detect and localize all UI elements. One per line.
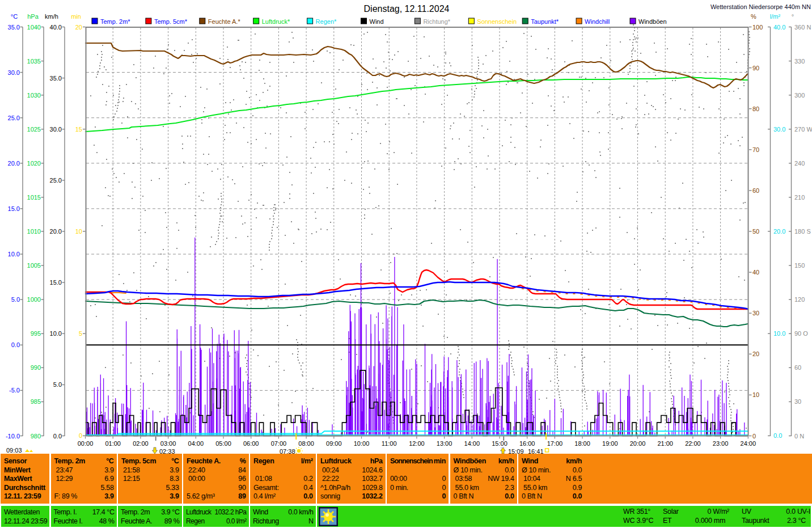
svg-text:30.0: 30.0 [773,126,785,133]
svg-text:1025: 1025 [27,126,41,133]
svg-text:5.0: 5.0 [11,296,20,303]
svg-text:1040: 1040 [27,24,41,31]
svg-text:°C: °C [11,13,18,20]
svg-text:25.0: 25.0 [8,115,20,121]
svg-text:Temp. 5cm*: Temp. 5cm* [154,18,188,25]
svg-text:1035: 1035 [27,58,41,65]
svg-text:990: 990 [31,364,41,371]
svg-text:15.0: 15.0 [50,279,62,286]
svg-text:30.0: 30.0 [8,69,20,76]
svg-text:13:00: 13:00 [437,440,452,447]
svg-text:30.0: 30.0 [50,126,62,133]
svg-text:Sonnenschein: Sonnenschein [477,18,517,25]
svg-text:35.0: 35.0 [8,24,20,31]
svg-text:09:00: 09:00 [326,440,342,447]
svg-text:20: 20 [752,350,759,357]
svg-text:Richtung*: Richtung* [423,18,450,25]
svg-text:10.0: 10.0 [773,330,785,337]
svg-text:Dienstag, 12.11.2024: Dienstag, 12.11.2024 [364,4,450,14]
svg-text:Feuchte A.*: Feuchte A.* [208,18,241,25]
svg-text:25.0: 25.0 [50,177,62,184]
svg-text:11:00: 11:00 [382,440,397,447]
svg-text:1015: 1015 [27,194,41,201]
svg-text:hPa: hPa [27,13,39,20]
svg-text:20.0: 20.0 [8,160,20,167]
svg-text:l/m²: l/m² [770,13,781,20]
svg-text:90 O: 90 O [794,330,808,337]
svg-text:-10.0: -10.0 [6,433,20,440]
svg-text:23:00: 23:00 [713,440,729,447]
svg-text:19:00: 19:00 [602,440,618,447]
svg-text:90: 90 [752,65,759,71]
svg-text:0: 0 [752,433,756,440]
svg-text:330: 330 [794,58,805,65]
svg-text:985: 985 [31,398,41,405]
svg-text:100: 100 [752,24,763,31]
svg-text:18:00: 18:00 [574,440,590,447]
svg-text:50: 50 [752,228,759,235]
svg-text:Taupunkt*: Taupunkt* [531,18,559,25]
svg-text:10: 10 [75,228,82,235]
svg-text:Windböen: Windböen [638,18,667,25]
svg-text:180 S: 180 S [794,228,811,235]
svg-text:09:03: 09:03 [6,447,22,454]
svg-text:12:00: 12:00 [409,440,425,447]
svg-text:03:00: 03:00 [160,440,176,447]
svg-text:60: 60 [752,187,759,194]
svg-text:1005: 1005 [27,262,41,269]
svg-text:0: 0 [79,432,82,439]
svg-text:5.0: 5.0 [53,381,62,388]
svg-text:Wind: Wind [370,18,384,25]
svg-text:35.0: 35.0 [50,75,62,82]
svg-text:Wetterstation Niedersorpe 440m: Wetterstation Niedersorpe 440m NN [710,3,811,10]
svg-text:20:00: 20:00 [630,440,646,447]
svg-text:40.0: 40.0 [773,24,785,31]
svg-text:0.0: 0.0 [11,341,20,348]
svg-text:06:00: 06:00 [243,440,259,447]
svg-text:150: 150 [794,262,805,269]
svg-text:22:00: 22:00 [685,440,701,447]
svg-text:20.0: 20.0 [773,228,785,235]
svg-text:0 N: 0 N [794,433,804,440]
svg-text:Luftdruck*: Luftdruck* [262,18,290,25]
svg-text:%: % [751,13,756,20]
svg-text:Regen*: Regen* [316,18,337,25]
svg-text:-5.0: -5.0 [9,387,20,394]
svg-text:60: 60 [794,364,801,371]
svg-text:10.0: 10.0 [50,330,62,337]
svg-text:120: 120 [794,296,805,303]
svg-text:1030: 1030 [27,92,41,99]
svg-text:07:00: 07:00 [271,440,287,447]
svg-text:40: 40 [752,269,759,276]
svg-text:30: 30 [794,398,801,405]
svg-text:05:00: 05:00 [215,440,231,447]
svg-text:210: 210 [794,194,805,201]
svg-text:15.0: 15.0 [8,205,20,212]
svg-text:10:00: 10:00 [354,440,370,447]
svg-text:270 W: 270 W [794,126,812,133]
svg-text:km/h: km/h [45,13,58,20]
svg-text:17:00: 17:00 [547,440,563,447]
svg-text:5: 5 [79,330,82,337]
svg-text:10: 10 [752,391,759,398]
svg-text:Windchill: Windchill [585,18,610,25]
svg-text:995: 995 [31,330,41,337]
svg-text:980: 980 [31,433,41,440]
svg-text:240: 240 [794,160,805,167]
svg-text:20: 20 [75,24,82,31]
svg-text:0.0: 0.0 [773,432,782,439]
svg-text:01:00: 01:00 [105,440,121,447]
svg-text:15:00: 15:00 [492,440,508,447]
svg-text:04:00: 04:00 [188,440,204,447]
svg-text:21:00: 21:00 [657,440,673,447]
svg-text:10.0: 10.0 [8,251,20,257]
svg-text:30: 30 [752,310,759,316]
svg-text:1000: 1000 [27,296,41,303]
svg-text:°: ° [792,13,794,20]
svg-text:40.0: 40.0 [50,24,62,31]
svg-text:08:00: 08:00 [298,440,314,447]
svg-text:300: 300 [794,92,805,99]
svg-text:min: min [71,13,81,20]
svg-text:1020: 1020 [27,160,41,167]
svg-text:70: 70 [752,146,759,153]
